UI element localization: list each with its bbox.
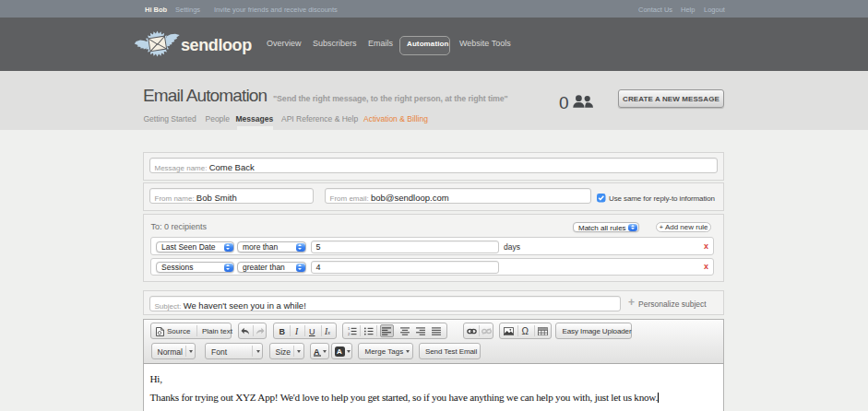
svg-text:2: 2 — [348, 332, 350, 335]
svg-text:1: 1 — [348, 327, 350, 331]
